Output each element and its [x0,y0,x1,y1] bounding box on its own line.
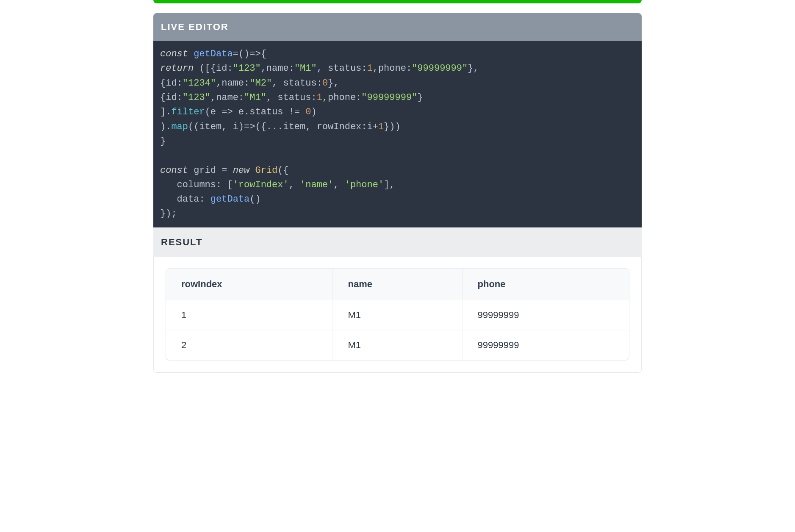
code-token [249,165,255,176]
code-token: } [417,92,423,103]
code-token: , status: [272,78,322,89]
top-banner [153,0,642,3]
code-token: ], [384,180,395,190]
table-row: 2M199999999 [166,330,629,360]
code-token: 0 [322,78,328,89]
code-token: } [160,136,166,147]
table-cell: 2 [166,330,332,360]
col-header-rowindex[interactable]: rowIndex [166,269,332,300]
table-row: 1M199999999 [166,300,629,330]
code-token: ,name: [211,92,244,103]
table-cell: 1 [166,300,332,330]
code-token: }, [328,78,339,89]
code-token: const [160,49,188,59]
code-token: Grid [255,165,277,176]
code-token: , status: [266,92,317,103]
code-token: id: [166,92,183,103]
code-token: "99999999" [361,92,417,103]
code-token: 'rowIndex' [233,180,289,190]
code-token: ]. [160,107,171,117]
code-token: "1234" [183,78,216,89]
code-token: }); [160,208,177,219]
code-token: "123" [233,63,261,74]
code-token: (e => e.status != [205,107,306,117]
code-token: =()=>{ [233,49,272,59]
code-token: "99999999" [412,63,468,74]
table-cell: 99999999 [463,330,629,360]
code-token: ,name: [216,78,249,89]
table-header-row: rowIndex name phone [166,269,629,300]
code-token: map [171,122,188,132]
result-header: RESULT [153,227,642,257]
live-editor-header: LIVE EDITOR [153,13,642,41]
code-token: ). [160,122,171,132]
code-token: data: [160,194,211,205]
code-token: columns: [ [160,180,233,190]
table-cell: M1 [332,330,462,360]
result-table: rowIndex name phone 1M1999999992M1999999… [166,268,629,360]
code-token: , status: [317,63,367,74]
code-token: , [333,180,344,190]
col-header-phone[interactable]: phone [463,269,629,300]
code-token: getData [194,49,233,59]
code-token: { [160,78,166,89]
code-token: { [160,92,166,103]
code-token: })) [384,122,401,132]
code-token: "M1" [294,63,317,74]
code-token: id: [166,78,183,89]
code-token: ,phone: [373,63,412,74]
code-token: }, [468,63,479,74]
code-token: getData [211,194,249,205]
code-token: 1 [367,63,373,74]
code-token: return [160,63,194,74]
table-cell: M1 [332,300,462,330]
code-token: new [233,165,250,176]
code-token: ({ [277,165,288,176]
code-token: () [249,194,260,205]
code-token: id: [216,63,233,74]
table-cell: 99999999 [463,300,629,330]
code-token: ,phone: [322,92,361,103]
code-token: grid = [188,165,233,176]
code-token: ([ [194,63,211,74]
code-token: ,name: [261,63,294,74]
code-token: 'name' [300,180,333,190]
code-token: 1 [317,92,322,103]
code-token: ((item, i)=>({...item, rowIndex:i+ [188,122,378,132]
col-header-name[interactable]: name [332,269,462,300]
code-token: "123" [183,92,211,103]
code-token [188,49,194,59]
result-title: RESULT [161,237,202,247]
code-token: filter [171,107,205,117]
code-token: 'phone' [345,180,384,190]
code-token: , [289,180,300,190]
code-token: "M2" [249,78,272,89]
code-token: { [211,63,216,74]
code-token: "M1" [244,92,266,103]
code-token: 1 [378,122,384,132]
code-token: ) [311,107,316,117]
code-editor[interactable]: const getData=()=>{ return ([{id:"123",n… [153,41,642,227]
result-body: rowIndex name phone 1M1999999992M1999999… [153,257,642,373]
live-editor-title: LIVE EDITOR [161,22,229,32]
code-token: 0 [305,107,311,117]
code-token: const [160,165,188,176]
